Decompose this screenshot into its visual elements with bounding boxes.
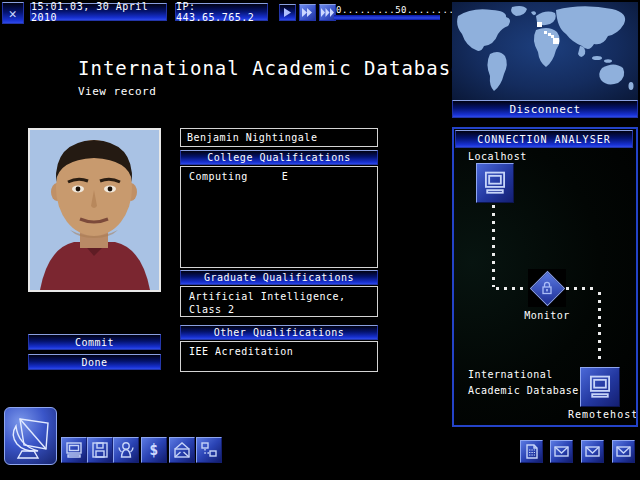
contact-button[interactable] <box>169 437 195 463</box>
college-qualifications-header: College Qualifications <box>180 150 378 165</box>
portrait-image <box>30 130 159 290</box>
speed-fast-button[interactable] <box>299 4 316 21</box>
trace-line-vertical-2 <box>598 292 601 364</box>
other-header-label: Other Qualifications <box>214 327 344 338</box>
monitor-label: Monitor <box>512 310 582 321</box>
person-name: Benjamin Nightingale <box>187 132 317 143</box>
graduate-entry: Artificial Intelligence, Class 2 <box>181 290 377 316</box>
college-grade: E <box>282 170 289 183</box>
dollar-icon: $ <box>149 441 159 459</box>
world-map-image <box>452 2 638 100</box>
monitor-node[interactable] <box>528 269 566 307</box>
email-notification-button[interactable] <box>550 440 573 463</box>
remote-name-line2: Academic Database <box>468 385 579 396</box>
fast-forward-icon <box>300 5 315 20</box>
commit-label: Commit <box>75 337 114 348</box>
open-envelope-icon <box>172 440 192 460</box>
commit-button[interactable]: Commit <box>28 334 161 350</box>
other-qualifications-box[interactable]: IEE Acreditation <box>180 341 378 372</box>
satellite-dish-icon <box>8 411 54 461</box>
envelope-icon <box>584 443 601 460</box>
fastest-forward-icon <box>320 5 335 20</box>
computer-icon <box>64 440 84 460</box>
other-entry: IEE Acreditation <box>181 345 377 358</box>
clock-text: 15:01.03, 30 April 2010 <box>31 1 166 23</box>
computer-icon <box>587 374 613 400</box>
analyser-title-bar: CONNECTION ANALYSER <box>455 130 633 148</box>
connection-analyser-panel: CONNECTION ANALYSER Localhost Monitor In… <box>452 127 638 427</box>
news-notification-button[interactable] <box>520 440 543 463</box>
floppy-disk-icon <box>90 440 110 460</box>
page-subtitle: View record <box>78 85 156 98</box>
email-notification-button[interactable] <box>612 440 635 463</box>
cpu-usage-scale: 0.........50.........100 <box>336 5 446 15</box>
document-icon <box>523 443 540 460</box>
memory-button[interactable] <box>87 437 113 463</box>
remotehost-node[interactable] <box>580 367 620 407</box>
done-button[interactable]: Done <box>28 354 161 370</box>
record-photo <box>28 128 161 292</box>
graduate-qualifications-box[interactable]: Artificial Intelligence, Class 2 <box>180 286 378 317</box>
computer-icon <box>482 170 508 196</box>
trace-line-vertical-1 <box>492 205 495 287</box>
college-qualifications-box[interactable]: Computing E <box>180 166 378 268</box>
remotehost-label: Remotehost <box>568 409 638 420</box>
envelope-icon <box>615 443 632 460</box>
person-icon <box>116 440 136 460</box>
play-icon <box>280 5 295 20</box>
ip-text: IP: 443.65.765.2 <box>176 1 267 23</box>
localhost-label: Localhost <box>468 151 527 162</box>
route-node <box>537 22 542 27</box>
software-menu-button[interactable] <box>4 407 57 465</box>
done-label: Done <box>81 357 107 368</box>
close-button[interactable]: ✕ <box>2 2 24 24</box>
person-name-field[interactable]: Benjamin Nightingale <box>180 128 378 147</box>
cpu-usage-bar[interactable] <box>334 15 440 20</box>
other-qualifications-header: Other Qualifications <box>180 325 378 340</box>
email-notification-button[interactable] <box>581 440 604 463</box>
envelope-icon <box>553 443 570 460</box>
graduate-qualifications-header: Graduate Qualifications <box>180 270 378 285</box>
uplink-screen: { "window": { "close_glyph": "✕", "time"… <box>0 0 640 480</box>
world-map[interactable] <box>452 2 638 100</box>
route-node <box>553 38 559 44</box>
college-entry: Computing E <box>181 170 377 183</box>
localhost-node[interactable] <box>476 163 514 203</box>
graduate-header-label: Graduate Qualifications <box>204 272 354 283</box>
disconnect-label: Disconnect <box>509 103 580 116</box>
disconnect-button[interactable]: Disconnect <box>452 100 638 118</box>
clock-display[interactable]: 15:01.03, 30 April 2010 <box>30 3 167 21</box>
status-button[interactable] <box>113 437 139 463</box>
remote-name-line1: International <box>468 369 553 380</box>
analyser-title: CONNECTION ANALYSER <box>477 134 610 145</box>
speed-normal-button[interactable] <box>279 4 296 21</box>
college-subject: Computing <box>189 170 248 183</box>
college-header-label: College Qualifications <box>207 152 350 163</box>
hardware-button[interactable] <box>61 437 87 463</box>
finance-button[interactable]: $ <box>141 437 167 463</box>
missions-button[interactable] <box>196 437 222 463</box>
ip-display[interactable]: IP: 443.65.765.2 <box>175 3 268 21</box>
network-nodes-icon <box>199 440 219 460</box>
trace-line-horizontal-2 <box>566 287 598 290</box>
trace-line-horizontal-1 <box>496 287 528 290</box>
lock-icon <box>538 279 556 297</box>
close-icon: ✕ <box>9 6 17 21</box>
page-title: International Academic Database <box>78 57 464 79</box>
